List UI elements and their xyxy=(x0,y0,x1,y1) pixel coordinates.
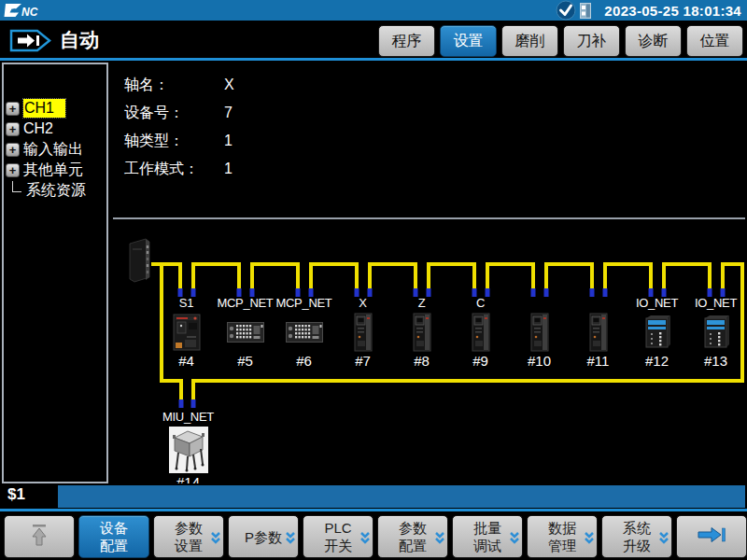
hnc-logo-icon: NC xyxy=(4,3,50,19)
tab-grinding[interactable]: 磨削 xyxy=(501,25,558,57)
chevron-down-icon xyxy=(509,531,520,548)
title-bar: 自动 程序 设置 磨削 刀补 诊断 位置 xyxy=(0,21,747,58)
servo-drive-icon xyxy=(333,312,392,353)
device-10[interactable]: #10 xyxy=(510,296,569,370)
axis-info: 轴名： X 设备号： 7 轴类型： 1 工作模式： 1 xyxy=(124,71,234,183)
chevron-down-icon xyxy=(210,531,221,548)
miu-unit-icon xyxy=(159,426,218,474)
device-tree-panel: + CH1 + CH2 + 输入输出 + 其他单元 系统资源 xyxy=(2,63,108,483)
machine-control-panel-icon xyxy=(275,312,333,353)
device-11[interactable]: #11 xyxy=(569,296,627,370)
mode-label: 自动 xyxy=(60,27,99,53)
softkey-plc-switch[interactable]: PLC 开关 xyxy=(303,515,374,558)
servo-drive-icon xyxy=(392,312,451,353)
chevron-down-icon xyxy=(584,531,595,548)
expand-icon[interactable]: + xyxy=(6,122,20,136)
servo-drive-icon xyxy=(569,312,627,353)
tree-item-ch1[interactable]: + CH1 xyxy=(4,98,106,119)
info-row-axis-name: 轴名： X xyxy=(124,71,234,99)
tree-item-other-units[interactable]: + 其他单元 xyxy=(4,160,106,180)
next-page-button[interactable] xyxy=(676,515,747,558)
device-9[interactable]: C #9 xyxy=(451,296,510,370)
tree-branch-icon xyxy=(12,181,21,192)
softkey-param-config[interactable]: 参数 配置 xyxy=(377,515,448,558)
tree-item-ch2[interactable]: + CH2 xyxy=(4,119,106,139)
device-14[interactable]: MIU_NET #14 xyxy=(159,410,218,491)
storage-icon xyxy=(580,3,591,19)
tab-program[interactable]: 程序 xyxy=(378,25,435,57)
command-bar: $1 xyxy=(0,483,747,509)
softkey-data-manage[interactable]: 数据 管理 xyxy=(527,515,598,558)
header-separator xyxy=(0,58,747,61)
svg-text:NC: NC xyxy=(21,5,38,18)
tab-diagnosis[interactable]: 诊断 xyxy=(625,25,682,57)
chevron-down-icon xyxy=(658,531,669,548)
device-4[interactable]: S1 #4 xyxy=(157,296,216,370)
chevron-down-icon xyxy=(359,531,371,548)
softkey-toolbar: 设备 配置 参数 设置 P参数 xyxy=(0,511,747,560)
check-circle-icon xyxy=(556,0,576,21)
machine-control-panel-icon xyxy=(216,312,275,353)
device-7[interactable]: X #7 xyxy=(333,296,392,370)
top-tabs: 程序 设置 磨削 刀补 诊断 位置 xyxy=(378,25,743,57)
info-row-work-mode: 工作模式： 1 xyxy=(124,155,234,183)
device-8[interactable]: Z #8 xyxy=(392,296,451,370)
servo-drive-icon xyxy=(510,312,569,353)
servo-drive-icon xyxy=(451,312,510,353)
right-arrow-icon xyxy=(697,526,726,547)
status-bar: NC 2023-05-25 18:01:34 xyxy=(0,0,747,21)
page-up-button[interactable] xyxy=(4,515,75,558)
expand-icon[interactable]: + xyxy=(6,143,20,157)
device-5[interactable]: MCP_NET #5 xyxy=(216,296,275,370)
softkey-p-param[interactable]: P参数 xyxy=(228,515,299,558)
device-13[interactable]: IO_NET #13 xyxy=(686,296,745,370)
device-12[interactable]: IO_NET #12 xyxy=(627,296,686,370)
io-unit-icon xyxy=(627,312,686,353)
tab-position[interactable]: 位置 xyxy=(686,25,743,57)
info-row-axis-type: 轴类型： 1 xyxy=(124,127,234,155)
info-row-device-no: 设备号： 7 xyxy=(124,99,234,127)
ncu-controller-icon[interactable] xyxy=(127,238,155,287)
io-unit-icon xyxy=(686,312,745,353)
datetime: 2023-05-25 18:01:34 xyxy=(604,3,741,19)
command-input[interactable] xyxy=(58,485,745,508)
softkey-device-config[interactable]: 设备 配置 xyxy=(78,515,149,558)
auto-mode-arrow-icon xyxy=(9,28,52,57)
channel-label: $1 xyxy=(7,485,25,504)
chevron-down-icon xyxy=(285,531,296,548)
expand-icon[interactable]: + xyxy=(6,102,20,116)
tree-item-io[interactable]: + 输入输出 xyxy=(4,139,106,160)
tab-tool-comp[interactable]: 刀补 xyxy=(563,25,620,57)
softkey-batch-debug[interactable]: 批量 调试 xyxy=(452,515,523,558)
section-divider xyxy=(113,217,745,219)
expand-icon[interactable]: + xyxy=(6,163,20,177)
tab-settings[interactable]: 设置 xyxy=(440,25,497,57)
chevron-down-icon xyxy=(434,531,445,548)
device-6[interactable]: MCP_NET #6 xyxy=(275,296,333,370)
softkey-param-setting[interactable]: 参数 设置 xyxy=(153,515,224,558)
softkey-system-upgrade[interactable]: 系统 升级 xyxy=(601,515,672,558)
cnc-screen: NC 2023-05-25 18:01:34 xyxy=(0,0,747,560)
spindle-drive-icon xyxy=(157,312,216,353)
tree-item-system-resources[interactable]: 系统资源 xyxy=(4,180,106,201)
up-arrow-icon xyxy=(29,523,49,551)
